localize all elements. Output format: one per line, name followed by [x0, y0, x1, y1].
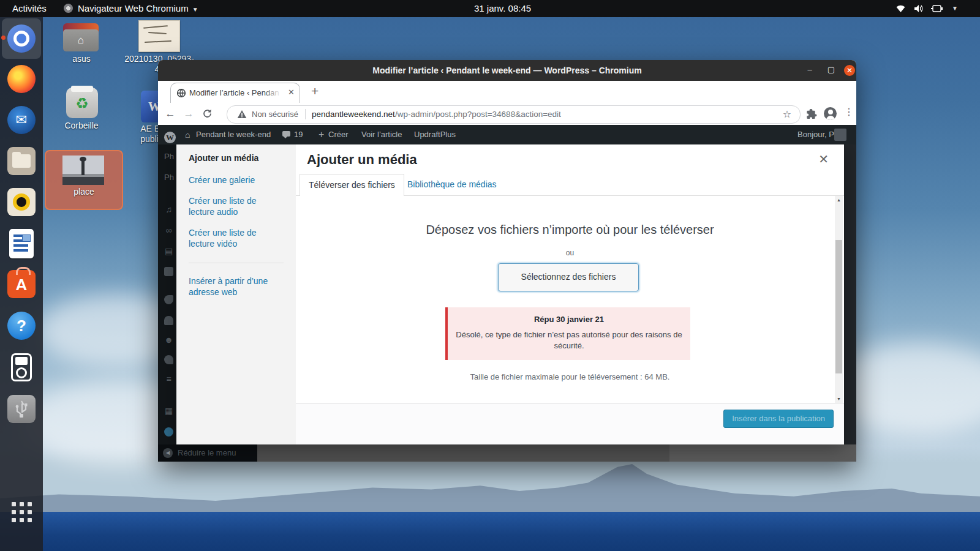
address-bar[interactable]: Non sécurisé pendantleweekend.net/wp-adm… — [227, 105, 801, 124]
pages-menu-icon[interactable]: ▤ — [164, 247, 173, 256]
usb-drive-dock-icon[interactable] — [7, 395, 36, 423]
tab-media-library[interactable]: Bibliothèque de médias — [407, 174, 497, 195]
scroll-down-icon[interactable]: ▼ — [835, 397, 843, 401]
modal-close-icon[interactable]: ✕ — [818, 153, 829, 165]
libreoffice-writer-dock-icon[interactable] — [9, 229, 34, 258]
desktop-icon-label: place — [46, 187, 122, 197]
modal-toolbar: Insérer dans la publication — [296, 403, 844, 444]
menu-item-audio-playlist[interactable]: Créer une liste de lecture audio — [189, 195, 284, 217]
back-icon[interactable]: ← — [163, 106, 178, 122]
desktop-icon-label: asus — [45, 54, 118, 64]
place-photo-thumbnail — [62, 156, 104, 185]
menu-item-add-media[interactable]: Ajouter un média — [189, 153, 284, 163]
chromium-dock-icon[interactable] — [7, 24, 36, 53]
updraftplus-link[interactable]: UpdraftPlus — [414, 125, 456, 144]
help-dock-icon[interactable]: ? — [7, 312, 36, 340]
collapse-menu-item[interactable]: ◀ Réduire le menu — [158, 444, 257, 462]
menu-item-create-gallery[interactable]: Créer une galerie — [189, 174, 284, 186]
rhythmbox-dock-icon[interactable] — [7, 188, 36, 216]
dimmed-content — [669, 444, 856, 462]
modal-tabs: Téléverser des fichiers Bibliothèque de … — [296, 174, 844, 196]
system-topbar: Activités Navigateur Web Chromium▼ 31 ja… — [0, 0, 980, 17]
media-player-dock-icon[interactable] — [11, 353, 32, 381]
activities-button[interactable]: Activités — [12, 2, 47, 15]
new-tab-button[interactable]: + — [311, 84, 318, 99]
app-menu[interactable]: Navigateur Web Chromium▼ — [64, 2, 198, 16]
collapse-arrow-icon: ◀ — [163, 448, 173, 458]
battery-icon[interactable] — [930, 4, 944, 16]
bookmark-star-icon[interactable]: ☆ — [783, 108, 791, 120]
plugin-extra-menu-icon[interactable] — [164, 427, 173, 437]
select-files-button[interactable]: Sélectionnez des fichiers — [498, 263, 639, 291]
reload-icon[interactable] — [200, 108, 214, 124]
wp-logo-icon[interactable]: W — [164, 125, 176, 144]
trash-icon: ♻ — [66, 88, 98, 118]
desktop-icon-photo[interactable] — [138, 20, 180, 52]
appearance-menu-icon[interactable] — [164, 295, 173, 304]
scroll-up-icon[interactable]: ▲ — [835, 198, 843, 202]
home-folder-icon: ⌂ — [63, 29, 99, 51]
firefox-dock-icon[interactable] — [7, 65, 36, 93]
volume-icon[interactable] — [914, 4, 924, 16]
menu-item-insert-from-url[interactable]: Insérer à partir d’une adresse web — [189, 276, 284, 298]
app-grid-icon[interactable] — [12, 502, 32, 522]
dock: ✉ A ? — [0, 17, 43, 551]
browser-tab[interactable]: Modifier l’article ‹ Pendan ✕ — [170, 83, 300, 103]
wp-admin-bar: W ⌂ Pendant le week-end 19 + Créer Voir … — [158, 125, 856, 144]
error-message: Désolé, ce type de fichier n’est pas aut… — [454, 329, 684, 351]
thunderbird-dock-icon[interactable]: ✉ — [7, 106, 36, 134]
files-dock-icon[interactable] — [7, 147, 36, 175]
wifi-icon[interactable] — [895, 4, 906, 16]
chevron-down-icon[interactable]: ▼ — [952, 2, 958, 15]
comments-menu-icon[interactable] — [164, 267, 173, 276]
tools-menu-icon[interactable] — [164, 355, 173, 364]
plugins-menu-icon[interactable] — [164, 316, 173, 325]
settings-menu-icon[interactable]: ≡ — [164, 375, 173, 384]
tab-strip: Modifier l’article ‹ Pendan ✕ + — [158, 81, 856, 103]
drop-instructions: Déposez vos fichiers n’importe où pour l… — [296, 223, 844, 237]
profile-avatar-icon[interactable] — [824, 107, 837, 120]
menu-item-video-playlist[interactable]: Créer une liste de lecture vidéo — [189, 227, 284, 249]
url-text[interactable]: pendantleweekend.net/wp-admin/post.php?p… — [312, 110, 561, 119]
browser-window: Modifier l’article ‹ Pendant le week-end… — [158, 60, 856, 462]
media-menu-icon[interactable]: ♫ — [164, 205, 173, 214]
view-article-link[interactable]: Voir l’article — [361, 125, 402, 144]
comments-count[interactable]: 19 — [294, 125, 303, 144]
ubuntu-software-dock-icon[interactable]: A — [7, 270, 36, 298]
modal-scrollbar[interactable]: ▲ ▼ — [835, 196, 843, 403]
insert-into-post-button[interactable]: Insérer dans la publication — [723, 410, 834, 428]
menu-divider — [189, 263, 284, 263]
site-name-link[interactable]: Pendant le week-end — [196, 125, 271, 144]
security-label[interactable]: Non sécurisé — [252, 110, 298, 119]
media-modal: Ajouter un média Créer une galerie Créer… — [176, 144, 844, 444]
desktop-icon-asus[interactable]: ⌂ — [63, 23, 99, 58]
modal-title: Ajouter un média — [307, 152, 417, 168]
extensions-icon[interactable] — [805, 108, 817, 122]
maximize-button[interactable]: ▢ — [826, 65, 837, 76]
browser-toolbar: ← → Non sécurisé pendantleweekend.net/wp… — [158, 103, 856, 126]
modal-overlay — [844, 144, 856, 444]
close-tab-icon[interactable]: ✕ — [288, 88, 295, 97]
screen: ⌂ asus 20210130_05293- 4.j ♻ Corbeille W… — [0, 0, 980, 551]
menu-dots-icon[interactable]: ⋮ — [844, 106, 854, 118]
mountain-silhouette — [0, 464, 980, 513]
home-icon: ⌂ — [185, 125, 190, 144]
tab-upload-files[interactable]: Téléverser des fichiers — [300, 174, 404, 197]
globe-icon — [176, 88, 186, 100]
desktop-icon-place-selected[interactable]: place — [45, 150, 123, 210]
media-modal-main: Ajouter un média ✕ Téléverser des fichie… — [296, 144, 844, 444]
users-menu-icon[interactable]: ☻ — [164, 335, 173, 345]
forward-icon[interactable]: → — [181, 106, 196, 122]
window-titlebar[interactable]: Modifier l’article ‹ Pendant le week-end… — [158, 60, 856, 81]
clock[interactable]: 31 janv. 08:45 — [474, 2, 531, 15]
desktop-icon-label: Corbeille — [45, 121, 118, 131]
upload-error-notice: Répu 30 janvier 21 Désolé, ce type de fi… — [445, 307, 690, 360]
minimize-button[interactable]: – — [804, 65, 815, 76]
user-avatar[interactable] — [834, 129, 846, 141]
links-menu-icon[interactable]: ∞ — [164, 226, 173, 235]
scrollbar-thumb[interactable] — [835, 240, 842, 373]
close-window-button[interactable]: ✕ — [844, 65, 855, 76]
desktop-icon-trash[interactable]: ♻ — [66, 88, 98, 118]
new-content-link[interactable]: Créer — [328, 125, 349, 144]
gallery-menu-icon[interactable]: ▦ — [164, 407, 173, 416]
